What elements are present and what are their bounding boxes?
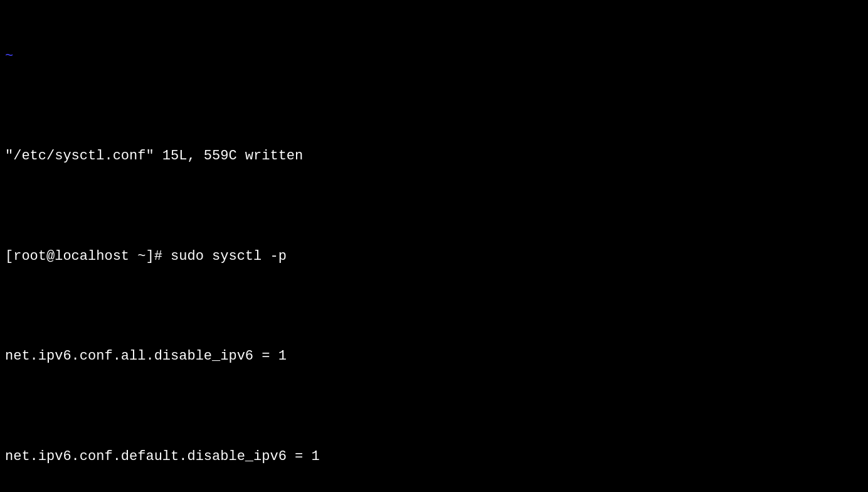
sysctl-line-1: net.ipv6.conf.all.disable_ipv6 = 1 [5,346,863,366]
tilde-line: ~ [5,46,863,67]
vim-written-line: "/etc/sysctl.conf" 15L, 559C written [5,146,863,166]
sysctl-line-2: net.ipv6.conf.default.disable_ipv6 = 1 [5,447,863,467]
prompt-line-1: [root@localhost ~]# sudo sysctl -p [5,247,863,267]
terminal-window[interactable]: ~ "/etc/sysctl.conf" 15L, 559C written [… [0,0,868,492]
